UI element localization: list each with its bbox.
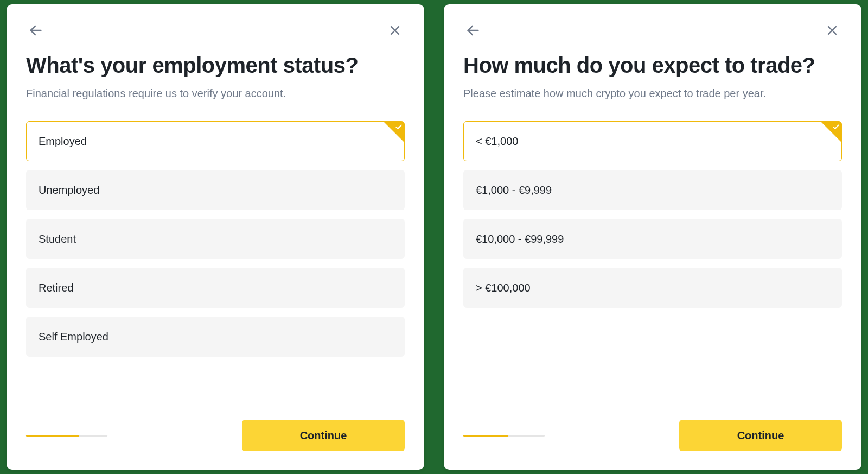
- close-button[interactable]: [822, 21, 842, 40]
- panel-footer: Continue: [463, 403, 842, 451]
- option-label: Unemployed: [39, 184, 99, 197]
- panel-footer: Continue: [26, 403, 405, 451]
- option-unemployed[interactable]: Unemployed: [26, 170, 405, 210]
- back-button[interactable]: [463, 21, 483, 40]
- option-employed[interactable]: Employed: [26, 121, 405, 161]
- option-label: Student: [39, 233, 76, 245]
- option-label: Self Employed: [39, 331, 108, 343]
- arrow-left-icon: [465, 23, 481, 38]
- option-10000-99999[interactable]: €10,000 - €99,999: [463, 219, 842, 259]
- check-icon: [821, 122, 841, 142]
- close-button[interactable]: [385, 21, 405, 40]
- option-retired[interactable]: Retired: [26, 268, 405, 308]
- progress-bar: [26, 435, 107, 437]
- option-list: Employed Unemployed Student Retired Self…: [26, 121, 405, 357]
- option-gt-100000[interactable]: > €100,000: [463, 268, 842, 308]
- close-icon: [826, 24, 839, 37]
- continue-button[interactable]: Continue: [679, 420, 842, 451]
- progress-fill: [26, 435, 79, 437]
- back-button[interactable]: [26, 21, 46, 40]
- panel-subtitle: Financial regulations require us to veri…: [26, 86, 405, 102]
- close-icon: [388, 24, 401, 37]
- panel-topbar: [26, 18, 405, 42]
- progress-bar: [463, 435, 545, 437]
- option-label: < €1,000: [476, 135, 518, 148]
- continue-button[interactable]: Continue: [242, 420, 405, 451]
- panel-trade-amount: How much do you expect to trade? Please …: [444, 4, 861, 470]
- progress-fill: [463, 435, 508, 437]
- option-list: < €1,000 €1,000 - €9,999 €10,000 - €99,9…: [463, 121, 842, 308]
- option-label: €10,000 - €99,999: [476, 233, 564, 245]
- panel-topbar: [463, 18, 842, 42]
- arrow-left-icon: [28, 23, 43, 38]
- option-student[interactable]: Student: [26, 219, 405, 259]
- option-label: Retired: [39, 282, 73, 294]
- panel-title: How much do you expect to trade?: [463, 52, 842, 78]
- check-icon: [384, 122, 404, 142]
- option-label: > €100,000: [476, 282, 531, 294]
- option-label: €1,000 - €9,999: [476, 184, 552, 197]
- panel-employment: What's your employment status? Financial…: [7, 4, 424, 470]
- option-label: Employed: [39, 135, 87, 148]
- option-self-employed[interactable]: Self Employed: [26, 317, 405, 357]
- option-lt-1000[interactable]: < €1,000: [463, 121, 842, 161]
- option-1000-9999[interactable]: €1,000 - €9,999: [463, 170, 842, 210]
- panel-subtitle: Please estimate how much crypto you expe…: [463, 86, 842, 102]
- panel-title: What's your employment status?: [26, 52, 405, 78]
- onboarding-stage: What's your employment status? Financial…: [0, 0, 868, 474]
